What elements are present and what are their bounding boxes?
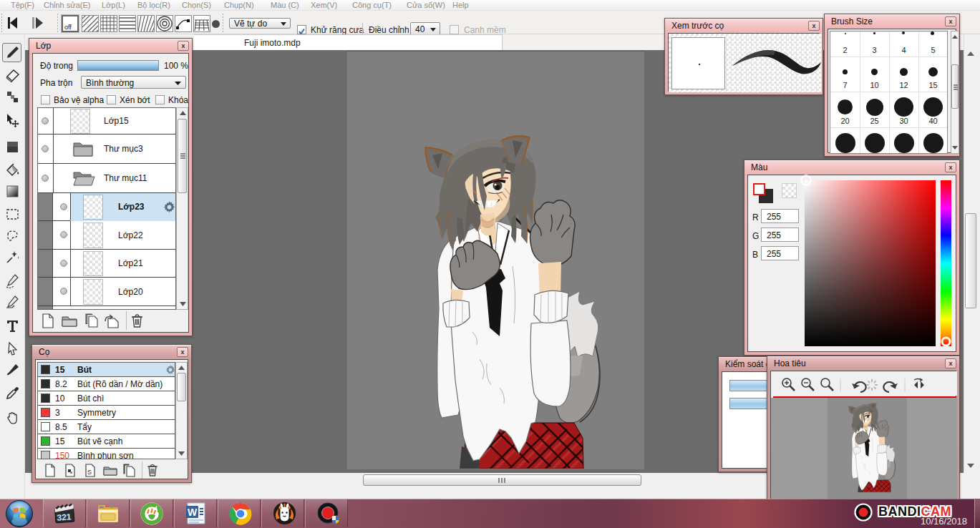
svg-text:S: S bbox=[87, 469, 92, 476]
svg-text:W: W bbox=[188, 507, 198, 518]
svg-text:321: 321 bbox=[57, 512, 72, 522]
